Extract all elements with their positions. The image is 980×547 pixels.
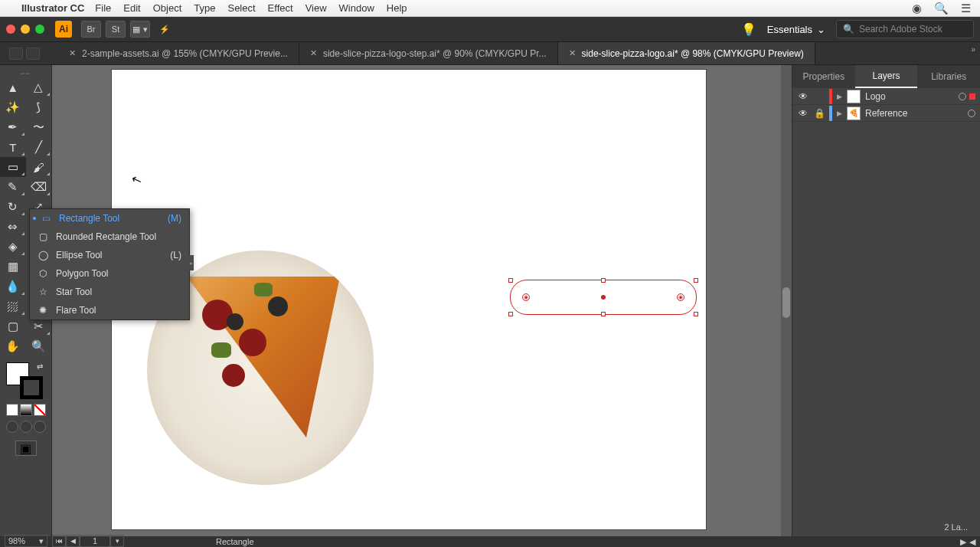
- flyout-tearoff[interactable]: ▸: [189, 255, 194, 270]
- artboard-number[interactable]: 1: [80, 535, 110, 547]
- cc-icon[interactable]: ◉: [912, 2, 922, 15]
- tabs-overflow-icon[interactable]: »: [971, 45, 975, 54]
- menu-window[interactable]: Window: [339, 2, 374, 14]
- flyout-rounded-rectangle-tool[interactable]: ▢Rounded Rectangle Tool: [30, 228, 189, 246]
- symbol-sprayer-tool[interactable]: ⛆: [0, 296, 26, 316]
- spotlight-icon[interactable]: 🔍: [934, 2, 949, 15]
- fill-stroke-control[interactable]: ⇄: [6, 362, 43, 399]
- swap-fill-stroke-icon[interactable]: ⇄: [37, 362, 43, 371]
- center-point[interactable]: [601, 295, 606, 300]
- corner-widget-left[interactable]: ◉: [522, 293, 530, 301]
- pen-tool[interactable]: ✒: [0, 117, 26, 137]
- menu-object[interactable]: Object: [153, 2, 182, 14]
- visibility-icon[interactable]: 👁: [797, 108, 809, 119]
- layer-name[interactable]: Reference: [865, 108, 907, 119]
- stroke-swatch[interactable]: [20, 376, 43, 399]
- tab-scroll-left[interactable]: [9, 47, 23, 60]
- menu-help[interactable]: Help: [387, 2, 407, 14]
- expand-arrow-icon[interactable]: ▶: [837, 93, 842, 100]
- discover-icon[interactable]: 💡: [741, 22, 756, 37]
- menu-view[interactable]: View: [305, 2, 327, 14]
- direct-selection-tool[interactable]: △: [26, 77, 52, 97]
- tab-layers[interactable]: Layers: [855, 65, 918, 88]
- first-artboard-button[interactable]: ⏮: [52, 535, 66, 547]
- vertical-scrollbar[interactable]: [781, 65, 792, 536]
- toolbox-grip[interactable]: ┉┉: [0, 70, 51, 77]
- scrollbar-thumb[interactable]: [782, 287, 790, 318]
- stock-search[interactable]: 🔍Search Adobe Stock: [836, 20, 974, 38]
- visibility-icon[interactable]: 👁: [797, 91, 809, 102]
- close-tab-icon[interactable]: ✕: [69, 48, 76, 58]
- color-button[interactable]: [6, 404, 18, 416]
- prev-artboard-button[interactable]: ◀: [66, 535, 80, 547]
- selection-indicator[interactable]: [969, 93, 975, 100]
- zoom-tool[interactable]: 🔍: [26, 336, 52, 356]
- maximize-window-button[interactable]: [35, 25, 44, 34]
- magic-wand-tool[interactable]: ✨: [0, 97, 26, 117]
- tab-scroll-right[interactable]: [26, 47, 40, 60]
- artboard-dropdown[interactable]: ▾: [110, 535, 124, 547]
- stock-button[interactable]: St: [106, 21, 126, 38]
- flyout-polygon-tool[interactable]: ⬡Polygon Tool: [30, 264, 189, 283]
- draw-inside-button[interactable]: [34, 421, 46, 433]
- flyout-ellipse-tool[interactable]: ◯Ellipse Tool(L): [30, 246, 189, 264]
- menu-icon[interactable]: ☰: [961, 2, 971, 15]
- rotate-tool[interactable]: ↻: [0, 197, 26, 217]
- width-tool[interactable]: ⇔: [0, 217, 26, 237]
- close-tab-icon[interactable]: ✕: [310, 48, 317, 58]
- none-button[interactable]: [34, 404, 46, 416]
- gpu-button[interactable]: ⚡: [155, 21, 175, 38]
- layer-row-reference[interactable]: 👁 🔒 ▶ 🍕 Reference: [792, 105, 980, 122]
- document-tab-0[interactable]: ✕2-sample-assets.ai @ 155% (CMYK/GPU Pre…: [58, 42, 299, 64]
- resize-handle-s[interactable]: [601, 312, 606, 316]
- lasso-tool[interactable]: ⟆: [26, 97, 52, 117]
- eyedropper-tool[interactable]: 💧: [0, 277, 26, 296]
- lock-icon[interactable]: 🔒: [814, 108, 825, 119]
- tab-properties[interactable]: Properties: [792, 65, 855, 88]
- draw-normal-button[interactable]: [6, 421, 18, 433]
- rectangle-tool[interactable]: ▭: [0, 157, 26, 177]
- zoom-dropdown[interactable]: 98%▾: [5, 535, 47, 547]
- resize-handle-ne[interactable]: [694, 278, 698, 283]
- target-icon[interactable]: [968, 110, 975, 117]
- scroll-left-icon[interactable]: ◀: [969, 537, 975, 547]
- menu-file[interactable]: File: [95, 2, 111, 14]
- app-name[interactable]: Illustrator CC: [21, 2, 84, 14]
- resize-handle-n[interactable]: [601, 278, 606, 283]
- selected-rounded-rectangle[interactable]: ◉ ◉: [508, 278, 698, 316]
- flyout-flare-tool[interactable]: ✺Flare Tool: [30, 301, 189, 319]
- scroll-right-icon[interactable]: ▶: [960, 537, 966, 547]
- paintbrush-tool[interactable]: 🖌: [26, 157, 52, 177]
- hand-tool[interactable]: ✋: [0, 336, 26, 356]
- menu-type[interactable]: Type: [194, 2, 215, 14]
- expand-arrow-icon[interactable]: ▶: [837, 110, 842, 117]
- type-tool[interactable]: T: [0, 137, 26, 157]
- menu-select[interactable]: Select: [227, 2, 255, 14]
- document-tab-2[interactable]: ✕side-slice-pizza-logo.ai* @ 98% (CMYK/G…: [558, 42, 815, 64]
- bridge-button[interactable]: Br: [81, 21, 101, 38]
- mesh-tool[interactable]: ▦: [0, 257, 26, 277]
- resize-handle-sw[interactable]: [508, 312, 513, 316]
- screen-mode-button[interactable]: ▣: [15, 441, 37, 456]
- curvature-tool[interactable]: 〜: [26, 117, 52, 137]
- minimize-window-button[interactable]: [21, 25, 30, 34]
- artboard-tool[interactable]: ▢: [0, 316, 26, 336]
- eraser-tool[interactable]: ⌫: [26, 177, 52, 197]
- menu-effect[interactable]: Effect: [268, 2, 293, 14]
- tab-libraries[interactable]: Libraries: [917, 65, 980, 88]
- draw-behind-button[interactable]: [20, 421, 32, 433]
- flyout-rectangle-tool[interactable]: ▭Rectangle Tool(M): [30, 209, 189, 228]
- resize-handle-se[interactable]: [694, 312, 698, 316]
- arrange-documents-button[interactable]: ▦ ▾: [130, 21, 150, 38]
- selection-tool[interactable]: ▲: [0, 77, 26, 97]
- layer-name[interactable]: Logo: [865, 91, 886, 102]
- corner-widget-right[interactable]: ◉: [677, 293, 684, 301]
- gradient-button[interactable]: [20, 404, 32, 416]
- menu-edit[interactable]: Edit: [123, 2, 140, 14]
- shape-builder-tool[interactable]: ◈: [0, 237, 26, 257]
- close-tab-icon[interactable]: ✕: [569, 48, 576, 58]
- resize-handle-nw[interactable]: [508, 278, 513, 283]
- document-tab-1[interactable]: ✕side-slice-pizza-logo-step.ai* @ 90% (C…: [299, 42, 558, 64]
- target-icon[interactable]: [959, 93, 966, 100]
- shaper-tool[interactable]: ✎: [0, 177, 26, 197]
